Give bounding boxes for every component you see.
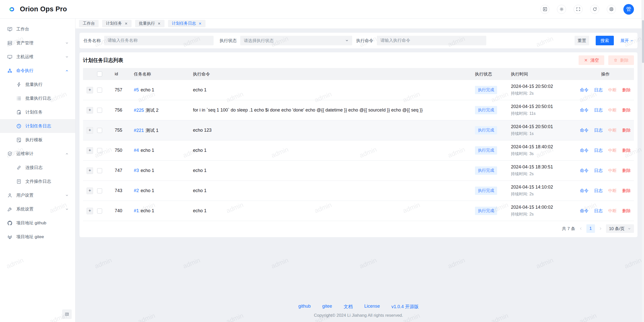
avatar[interactable]: 管: [623, 4, 634, 15]
expand-row-button[interactable]: +: [87, 87, 93, 93]
prev-page-icon[interactable]: [579, 227, 583, 230]
expand-row-button[interactable]: +: [87, 208, 93, 214]
refresh-icon[interactable]: [590, 5, 599, 14]
sidebar-item[interactable]: 资产管理: [0, 36, 75, 50]
action-command[interactable]: 命令: [580, 208, 589, 214]
task-name-input[interactable]: [104, 36, 214, 45]
next-page-icon[interactable]: [599, 227, 602, 230]
exec-command-input[interactable]: [377, 36, 486, 45]
sidebar-item[interactable]: 用户设置: [0, 188, 75, 202]
footer-link[interactable]: License: [364, 304, 380, 310]
task-id-link[interactable]: #2: [134, 188, 139, 193]
action-delete[interactable]: 删除: [622, 208, 631, 214]
row-checkbox[interactable]: [97, 108, 102, 113]
sidebar-item[interactable]: 连接日志: [0, 161, 75, 174]
sidebar-collapse-button[interactable]: [62, 309, 72, 319]
row-checkbox[interactable]: [97, 168, 102, 173]
sidebar-item[interactable]: 项目地址 github: [0, 216, 75, 230]
action-interrupt[interactable]: 中断: [608, 107, 617, 113]
action-interrupt[interactable]: 中断: [608, 168, 617, 173]
tab-工作台[interactable]: 工作台: [79, 20, 99, 27]
footer-link[interactable]: github: [298, 304, 311, 310]
footer-link[interactable]: gitee: [322, 304, 332, 310]
clear-button[interactable]: 清空: [579, 55, 604, 65]
reset-button[interactable]: 重置: [575, 36, 589, 45]
action-interrupt[interactable]: 中断: [608, 188, 617, 194]
tab-计划任务日志[interactable]: 计划任务日志: [168, 20, 206, 27]
task-id-link[interactable]: #5: [134, 87, 139, 92]
task-id-link[interactable]: #4: [134, 148, 139, 153]
sidebar-item[interactable]: 命令执行: [0, 64, 75, 78]
sidebar-item[interactable]: 计划任务: [0, 105, 75, 119]
vertical-scrollbar[interactable]: [641, 0, 644, 322]
sidebar-item[interactable]: 批量执行日志: [0, 91, 75, 105]
action-delete[interactable]: 删除: [622, 87, 631, 93]
action-interrupt[interactable]: 中断: [608, 87, 617, 93]
sidebar-item[interactable]: 项目地址 gitee: [0, 230, 75, 244]
expand-row-button[interactable]: +: [87, 107, 93, 114]
tab-批量执行[interactable]: 批量执行: [135, 20, 165, 27]
task-id-link[interactable]: #225: [134, 108, 144, 113]
action-interrupt[interactable]: 中断: [608, 127, 617, 133]
expand-row-button[interactable]: +: [87, 188, 93, 194]
action-command[interactable]: 命令: [580, 127, 589, 133]
action-log[interactable]: 日志: [594, 208, 603, 214]
action-interrupt[interactable]: 中断: [608, 148, 617, 153]
action-interrupt[interactable]: 中断: [608, 208, 617, 214]
code-icon[interactable]: [540, 5, 549, 14]
footer-link[interactable]: 文档: [344, 304, 353, 310]
scrollbar-thumb[interactable]: [642, 20, 644, 63]
close-icon[interactable]: [125, 22, 128, 25]
action-log[interactable]: 日志: [594, 87, 603, 93]
page-size-select[interactable]: 10 条/页: [606, 224, 634, 233]
expand-toggle[interactable]: 展开: [620, 38, 633, 44]
panel-title: 计划任务日志列表: [83, 57, 123, 64]
action-delete[interactable]: 删除: [622, 168, 631, 173]
task-id-link[interactable]: #3: [134, 168, 139, 173]
close-icon[interactable]: [157, 22, 161, 25]
action-delete[interactable]: 删除: [622, 148, 631, 153]
footer-link[interactable]: v1.0.4 开源版: [391, 304, 419, 310]
sidebar-item[interactable]: 工作台: [0, 22, 75, 36]
action-delete[interactable]: 删除: [622, 127, 631, 133]
row-checkbox[interactable]: [97, 148, 102, 153]
sidebar-item[interactable]: 执行模板: [0, 133, 75, 147]
sidebar-item[interactable]: 计划任务日志: [0, 119, 75, 133]
sidebar-item[interactable]: 文件操作日志: [0, 174, 75, 188]
delete-button[interactable]: 删除: [608, 55, 634, 65]
action-command[interactable]: 命令: [580, 168, 589, 173]
row-checkbox[interactable]: [97, 88, 102, 93]
expand-row-button[interactable]: +: [87, 127, 93, 134]
page-number[interactable]: 1: [586, 224, 595, 233]
sidebar-item[interactable]: 批量执行: [0, 78, 75, 91]
fullscreen-icon[interactable]: [574, 5, 583, 14]
action-log[interactable]: 日志: [594, 107, 603, 113]
action-command[interactable]: 命令: [580, 148, 589, 153]
search-button[interactable]: 搜索: [596, 36, 614, 45]
select-all-checkbox[interactable]: [97, 71, 102, 77]
settings-icon[interactable]: [607, 5, 616, 14]
row-checkbox[interactable]: [97, 128, 102, 133]
expand-row-button[interactable]: +: [87, 147, 93, 154]
row-checkbox[interactable]: [97, 208, 102, 213]
exec-status-select[interactable]: 请选择执行状态: [240, 36, 352, 45]
action-log[interactable]: 日志: [594, 188, 603, 194]
action-log[interactable]: 日志: [594, 127, 603, 133]
action-delete[interactable]: 删除: [622, 107, 631, 113]
sidebar-item[interactable]: 主机运维: [0, 50, 75, 64]
task-id-link[interactable]: #221: [134, 128, 144, 133]
expand-row-button[interactable]: +: [87, 167, 93, 174]
task-id-link[interactable]: #1: [134, 208, 139, 213]
sidebar-item[interactable]: 运维审计: [0, 147, 75, 161]
row-checkbox[interactable]: [97, 188, 102, 193]
action-command[interactable]: 命令: [580, 188, 589, 194]
close-icon[interactable]: [198, 22, 202, 25]
theme-icon[interactable]: [557, 5, 566, 14]
tab-计划任务[interactable]: 计划任务: [102, 20, 132, 27]
action-command[interactable]: 命令: [580, 87, 589, 93]
action-command[interactable]: 命令: [580, 107, 589, 113]
action-log[interactable]: 日志: [594, 148, 603, 153]
action-log[interactable]: 日志: [594, 168, 603, 173]
action-delete[interactable]: 删除: [622, 188, 631, 194]
sidebar-item[interactable]: 系统设置: [0, 202, 75, 216]
